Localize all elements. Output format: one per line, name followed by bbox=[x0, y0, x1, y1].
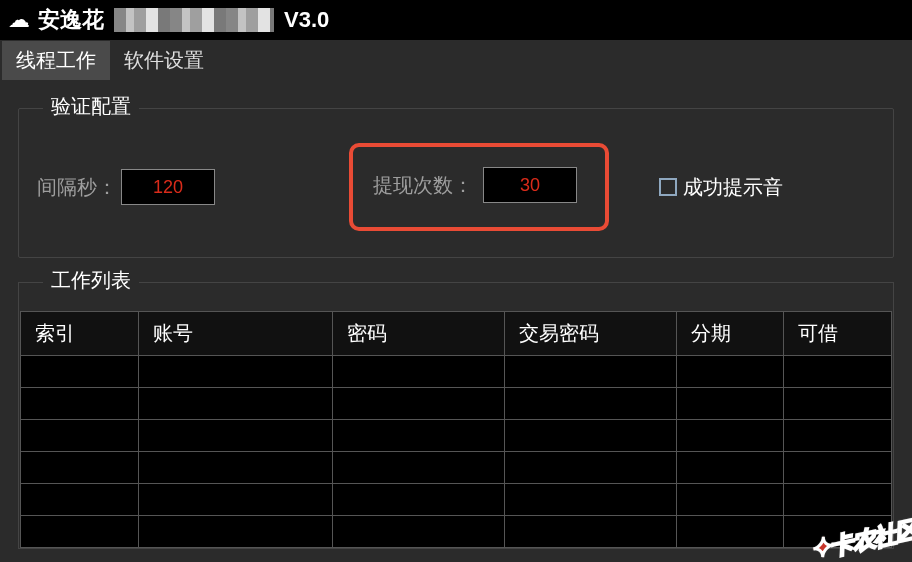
withdraw-label: 提现次数： bbox=[373, 172, 473, 199]
title-bar: ☁ 安逸花 V3.0 bbox=[0, 0, 912, 40]
work-list-group: 工作列表 索引 账号 密码 交易密码 分期 可借 bbox=[18, 282, 894, 549]
tab-bar: 线程工作 软件设置 bbox=[0, 40, 912, 80]
table-row[interactable] bbox=[21, 484, 892, 516]
verify-config-group: 验证配置 间隔秒： 提现次数： 成功提示音 bbox=[18, 108, 894, 258]
table-row[interactable] bbox=[21, 516, 892, 548]
checkbox-icon bbox=[659, 178, 677, 196]
content-area: 验证配置 间隔秒： 提现次数： 成功提示音 工作列表 索引 账号 密码 交易密码 bbox=[0, 80, 912, 561]
table-header-row: 索引 账号 密码 交易密码 分期 可借 bbox=[21, 312, 892, 356]
work-table[interactable]: 索引 账号 密码 交易密码 分期 可借 bbox=[20, 311, 892, 548]
title-version: V3.0 bbox=[284, 7, 329, 33]
tab-software-settings[interactable]: 软件设置 bbox=[110, 41, 218, 80]
tab-thread-work[interactable]: 线程工作 bbox=[2, 41, 110, 80]
success-sound-label: 成功提示音 bbox=[683, 174, 783, 201]
col-borrowable[interactable]: 可借 bbox=[784, 312, 892, 356]
table-row[interactable] bbox=[21, 356, 892, 388]
table-body bbox=[21, 356, 892, 548]
col-account[interactable]: 账号 bbox=[139, 312, 333, 356]
success-sound-checkbox[interactable]: 成功提示音 bbox=[659, 174, 783, 201]
verify-config-title: 验证配置 bbox=[43, 93, 139, 120]
col-index[interactable]: 索引 bbox=[21, 312, 139, 356]
withdraw-highlight-box: 提现次数： bbox=[349, 143, 609, 231]
table-row[interactable] bbox=[21, 388, 892, 420]
table-row[interactable] bbox=[21, 420, 892, 452]
table-row[interactable] bbox=[21, 452, 892, 484]
work-list-title: 工作列表 bbox=[43, 267, 139, 294]
col-password[interactable]: 密码 bbox=[332, 312, 504, 356]
col-trade-password[interactable]: 交易密码 bbox=[504, 312, 676, 356]
title-prefix: 安逸花 bbox=[38, 5, 104, 35]
title-redacted bbox=[114, 8, 274, 32]
interval-input[interactable] bbox=[121, 169, 215, 205]
cloud-icon: ☁ bbox=[8, 9, 30, 31]
col-installment[interactable]: 分期 bbox=[676, 312, 784, 356]
app-title: 安逸花 V3.0 bbox=[38, 5, 329, 35]
withdraw-input[interactable] bbox=[483, 167, 577, 203]
interval-label: 间隔秒： bbox=[37, 174, 117, 201]
